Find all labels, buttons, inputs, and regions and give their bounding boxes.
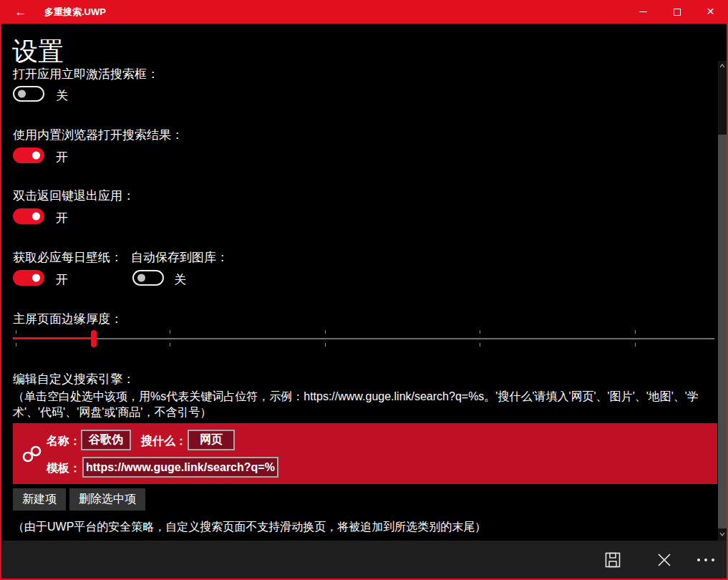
toggle-state-bing-wallpaper: 开 xyxy=(56,271,68,288)
slider-tick xyxy=(170,330,170,334)
save-icon xyxy=(604,551,621,569)
more-button[interactable] xyxy=(693,549,719,571)
toggle-knob xyxy=(18,90,26,98)
maximize-button[interactable] xyxy=(660,0,694,24)
maximize-icon xyxy=(674,9,681,16)
toggle-builtin-browser[interactable] xyxy=(13,148,44,163)
setting-label-autosave-gallery: 自动保存到图库： xyxy=(131,249,228,266)
toggle-bing-wallpaper[interactable] xyxy=(13,270,44,286)
new-item-button[interactable]: 新建项 xyxy=(13,488,66,511)
toggle-knob xyxy=(32,152,40,160)
cancel-button[interactable] xyxy=(651,549,677,571)
link-icon xyxy=(21,444,43,467)
toggle-state-builtin-browser: 开 xyxy=(56,149,68,165)
custom-engine-item[interactable]: 名称： 搜什么： 模板： xyxy=(13,423,717,484)
slider-label-edge-thickness: 主屏页面边缘厚度： xyxy=(13,311,122,327)
titlebar: ← 多重搜索.UWP ✕ xyxy=(0,0,728,24)
toggle-knob xyxy=(32,274,40,282)
toggle-state-autosave-gallery: 关 xyxy=(174,271,186,288)
slider-tick xyxy=(16,330,16,334)
name-input[interactable] xyxy=(81,430,131,450)
setting-label-doubleback-exit: 双击返回键退出应用： xyxy=(13,188,135,204)
toggle-state-doubleback-exit: 开 xyxy=(56,210,68,226)
window-border-left xyxy=(0,0,1,580)
back-button[interactable]: ← xyxy=(10,0,31,24)
cancel-icon xyxy=(656,552,672,568)
slider-thumb[interactable] xyxy=(91,330,97,347)
template-input[interactable] xyxy=(82,457,278,478)
toggle-state-activate-searchbox: 关 xyxy=(56,87,68,104)
delete-selected-button[interactable]: 删除选中项 xyxy=(69,488,145,511)
setting-label-activate-searchbox: 打开应用立即激活搜索框： xyxy=(13,66,159,82)
slider-track[interactable] xyxy=(13,338,714,339)
toggle-knob xyxy=(137,274,145,282)
scroll-down-icon[interactable] xyxy=(718,531,727,539)
slider-tick xyxy=(170,343,170,347)
name-field-label: 名称： xyxy=(47,434,81,449)
app-window: ← 多重搜索.UWP ✕ 设置 打开应用立即激活搜索框： 关 使用内置浏览器打开… xyxy=(0,0,728,580)
setting-label-builtin-browser: 使用内置浏览器打开搜索结果： xyxy=(13,127,183,143)
custom-engine-hint: （单击空白处选中该项，用%s代表关键词占位符，示例：https://www.gu… xyxy=(13,389,714,420)
toggle-knob xyxy=(32,213,40,221)
slider-tick xyxy=(325,343,326,347)
window-title: 多重搜索.UWP xyxy=(44,0,106,24)
setting-label-bing-wallpaper: 获取必应每日壁纸： xyxy=(13,249,122,266)
minimize-button[interactable] xyxy=(626,0,660,24)
window-controls: ✕ xyxy=(626,0,727,24)
custom-engine-heading: 编辑自定义搜索引擎： xyxy=(13,371,135,387)
slider-tick xyxy=(480,343,480,347)
page-title: 设置 xyxy=(12,34,64,69)
scrollbar[interactable] xyxy=(718,61,727,541)
toggle-autosave-gallery[interactable] xyxy=(132,270,164,286)
uwp-policy-note: （由于UWP平台的安全策略，自定义搜索页面不支持滑动换页，将被追加到所选类别的末… xyxy=(13,520,486,535)
command-bar xyxy=(0,541,728,579)
what-field-label: 搜什么： xyxy=(141,434,187,449)
close-button[interactable]: ✕ xyxy=(694,0,727,24)
slider-tick xyxy=(635,343,636,347)
toggle-doubleback-exit[interactable] xyxy=(13,208,44,224)
back-icon: ← xyxy=(15,5,27,19)
slider-tick xyxy=(635,330,636,334)
save-button[interactable] xyxy=(600,549,626,571)
template-field-label: 模板： xyxy=(47,461,81,476)
slider-tick xyxy=(325,330,326,334)
slider-tick xyxy=(16,343,16,347)
slider-fill xyxy=(13,337,94,339)
minimize-icon xyxy=(639,11,647,12)
more-icon xyxy=(697,556,715,564)
scroll-up-icon[interactable] xyxy=(718,62,727,71)
slider-tick xyxy=(480,330,480,334)
slider[interactable] xyxy=(13,330,714,347)
scrollbar-thumb[interactable] xyxy=(718,135,727,528)
close-icon: ✕ xyxy=(707,0,715,24)
search-what-input[interactable] xyxy=(188,430,235,450)
toggle-activate-searchbox[interactable] xyxy=(13,86,44,102)
